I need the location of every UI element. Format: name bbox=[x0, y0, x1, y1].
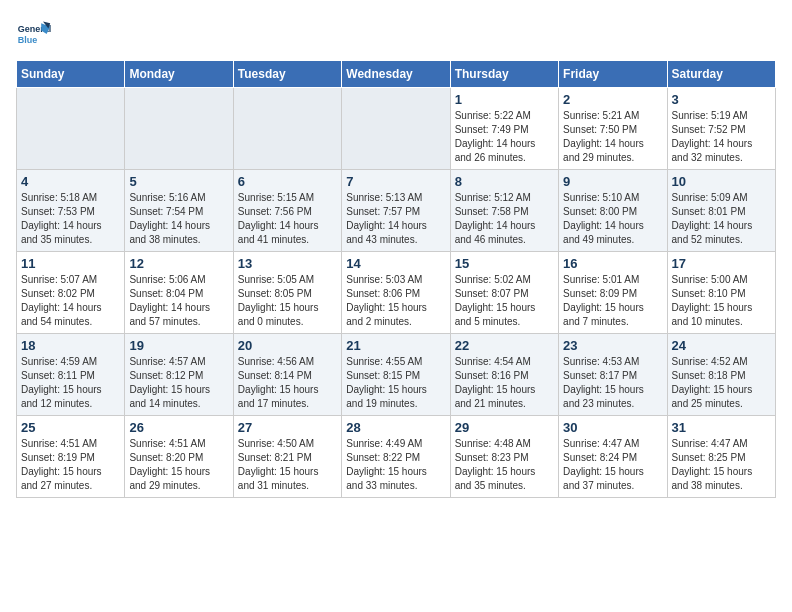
calendar-cell: 26Sunrise: 4:51 AM Sunset: 8:20 PM Dayli… bbox=[125, 416, 233, 498]
calendar-cell bbox=[17, 88, 125, 170]
calendar-cell: 15Sunrise: 5:02 AM Sunset: 8:07 PM Dayli… bbox=[450, 252, 558, 334]
header-cell-friday: Friday bbox=[559, 61, 667, 88]
day-number: 24 bbox=[672, 338, 771, 353]
calendar-cell bbox=[342, 88, 450, 170]
day-info: Sunrise: 4:48 AM Sunset: 8:23 PM Dayligh… bbox=[455, 437, 554, 493]
day-info: Sunrise: 4:59 AM Sunset: 8:11 PM Dayligh… bbox=[21, 355, 120, 411]
header-cell-saturday: Saturday bbox=[667, 61, 775, 88]
header-cell-sunday: Sunday bbox=[17, 61, 125, 88]
day-number: 19 bbox=[129, 338, 228, 353]
day-info: Sunrise: 5:07 AM Sunset: 8:02 PM Dayligh… bbox=[21, 273, 120, 329]
calendar-cell: 25Sunrise: 4:51 AM Sunset: 8:19 PM Dayli… bbox=[17, 416, 125, 498]
day-number: 11 bbox=[21, 256, 120, 271]
calendar-body: 1Sunrise: 5:22 AM Sunset: 7:49 PM Daylig… bbox=[17, 88, 776, 498]
day-info: Sunrise: 4:56 AM Sunset: 8:14 PM Dayligh… bbox=[238, 355, 337, 411]
day-number: 21 bbox=[346, 338, 445, 353]
day-number: 1 bbox=[455, 92, 554, 107]
calendar-week-1: 1Sunrise: 5:22 AM Sunset: 7:49 PM Daylig… bbox=[17, 88, 776, 170]
calendar-cell: 7Sunrise: 5:13 AM Sunset: 7:57 PM Daylig… bbox=[342, 170, 450, 252]
day-info: Sunrise: 5:21 AM Sunset: 7:50 PM Dayligh… bbox=[563, 109, 662, 165]
calendar-cell: 4Sunrise: 5:18 AM Sunset: 7:53 PM Daylig… bbox=[17, 170, 125, 252]
calendar-cell: 27Sunrise: 4:50 AM Sunset: 8:21 PM Dayli… bbox=[233, 416, 341, 498]
header-row: SundayMondayTuesdayWednesdayThursdayFrid… bbox=[17, 61, 776, 88]
day-info: Sunrise: 5:06 AM Sunset: 8:04 PM Dayligh… bbox=[129, 273, 228, 329]
calendar-cell: 8Sunrise: 5:12 AM Sunset: 7:58 PM Daylig… bbox=[450, 170, 558, 252]
day-number: 30 bbox=[563, 420, 662, 435]
calendar-week-3: 11Sunrise: 5:07 AM Sunset: 8:02 PM Dayli… bbox=[17, 252, 776, 334]
calendar-cell: 31Sunrise: 4:47 AM Sunset: 8:25 PM Dayli… bbox=[667, 416, 775, 498]
day-info: Sunrise: 4:49 AM Sunset: 8:22 PM Dayligh… bbox=[346, 437, 445, 493]
day-number: 2 bbox=[563, 92, 662, 107]
calendar-week-5: 25Sunrise: 4:51 AM Sunset: 8:19 PM Dayli… bbox=[17, 416, 776, 498]
header-cell-thursday: Thursday bbox=[450, 61, 558, 88]
day-number: 13 bbox=[238, 256, 337, 271]
day-info: Sunrise: 4:54 AM Sunset: 8:16 PM Dayligh… bbox=[455, 355, 554, 411]
page-header: General Blue bbox=[16, 16, 776, 52]
calendar-week-2: 4Sunrise: 5:18 AM Sunset: 7:53 PM Daylig… bbox=[17, 170, 776, 252]
day-info: Sunrise: 5:09 AM Sunset: 8:01 PM Dayligh… bbox=[672, 191, 771, 247]
day-number: 12 bbox=[129, 256, 228, 271]
day-number: 5 bbox=[129, 174, 228, 189]
calendar-cell: 20Sunrise: 4:56 AM Sunset: 8:14 PM Dayli… bbox=[233, 334, 341, 416]
day-number: 14 bbox=[346, 256, 445, 271]
day-number: 23 bbox=[563, 338, 662, 353]
day-info: Sunrise: 4:47 AM Sunset: 8:25 PM Dayligh… bbox=[672, 437, 771, 493]
calendar-cell: 16Sunrise: 5:01 AM Sunset: 8:09 PM Dayli… bbox=[559, 252, 667, 334]
day-number: 7 bbox=[346, 174, 445, 189]
calendar-cell: 22Sunrise: 4:54 AM Sunset: 8:16 PM Dayli… bbox=[450, 334, 558, 416]
header-cell-tuesday: Tuesday bbox=[233, 61, 341, 88]
day-number: 6 bbox=[238, 174, 337, 189]
day-info: Sunrise: 5:01 AM Sunset: 8:09 PM Dayligh… bbox=[563, 273, 662, 329]
day-number: 16 bbox=[563, 256, 662, 271]
header-cell-wednesday: Wednesday bbox=[342, 61, 450, 88]
calendar-week-4: 18Sunrise: 4:59 AM Sunset: 8:11 PM Dayli… bbox=[17, 334, 776, 416]
day-number: 9 bbox=[563, 174, 662, 189]
calendar-header: SundayMondayTuesdayWednesdayThursdayFrid… bbox=[17, 61, 776, 88]
day-info: Sunrise: 5:10 AM Sunset: 8:00 PM Dayligh… bbox=[563, 191, 662, 247]
day-info: Sunrise: 5:13 AM Sunset: 7:57 PM Dayligh… bbox=[346, 191, 445, 247]
calendar-table: SundayMondayTuesdayWednesdayThursdayFrid… bbox=[16, 60, 776, 498]
day-number: 29 bbox=[455, 420, 554, 435]
calendar-cell: 10Sunrise: 5:09 AM Sunset: 8:01 PM Dayli… bbox=[667, 170, 775, 252]
calendar-cell: 2Sunrise: 5:21 AM Sunset: 7:50 PM Daylig… bbox=[559, 88, 667, 170]
calendar-cell: 19Sunrise: 4:57 AM Sunset: 8:12 PM Dayli… bbox=[125, 334, 233, 416]
calendar-cell: 17Sunrise: 5:00 AM Sunset: 8:10 PM Dayli… bbox=[667, 252, 775, 334]
day-number: 4 bbox=[21, 174, 120, 189]
day-number: 8 bbox=[455, 174, 554, 189]
day-number: 17 bbox=[672, 256, 771, 271]
day-info: Sunrise: 5:16 AM Sunset: 7:54 PM Dayligh… bbox=[129, 191, 228, 247]
day-info: Sunrise: 4:53 AM Sunset: 8:17 PM Dayligh… bbox=[563, 355, 662, 411]
day-info: Sunrise: 4:57 AM Sunset: 8:12 PM Dayligh… bbox=[129, 355, 228, 411]
calendar-cell: 12Sunrise: 5:06 AM Sunset: 8:04 PM Dayli… bbox=[125, 252, 233, 334]
day-info: Sunrise: 5:22 AM Sunset: 7:49 PM Dayligh… bbox=[455, 109, 554, 165]
calendar-cell: 13Sunrise: 5:05 AM Sunset: 8:05 PM Dayli… bbox=[233, 252, 341, 334]
calendar-cell: 11Sunrise: 5:07 AM Sunset: 8:02 PM Dayli… bbox=[17, 252, 125, 334]
calendar-cell: 1Sunrise: 5:22 AM Sunset: 7:49 PM Daylig… bbox=[450, 88, 558, 170]
calendar-cell: 5Sunrise: 5:16 AM Sunset: 7:54 PM Daylig… bbox=[125, 170, 233, 252]
day-number: 20 bbox=[238, 338, 337, 353]
header-cell-monday: Monday bbox=[125, 61, 233, 88]
logo: General Blue bbox=[16, 16, 52, 52]
day-info: Sunrise: 5:02 AM Sunset: 8:07 PM Dayligh… bbox=[455, 273, 554, 329]
calendar-cell: 18Sunrise: 4:59 AM Sunset: 8:11 PM Dayli… bbox=[17, 334, 125, 416]
day-info: Sunrise: 4:52 AM Sunset: 8:18 PM Dayligh… bbox=[672, 355, 771, 411]
calendar-cell bbox=[125, 88, 233, 170]
calendar-cell: 21Sunrise: 4:55 AM Sunset: 8:15 PM Dayli… bbox=[342, 334, 450, 416]
calendar-cell: 6Sunrise: 5:15 AM Sunset: 7:56 PM Daylig… bbox=[233, 170, 341, 252]
day-number: 28 bbox=[346, 420, 445, 435]
day-info: Sunrise: 5:05 AM Sunset: 8:05 PM Dayligh… bbox=[238, 273, 337, 329]
calendar-cell: 28Sunrise: 4:49 AM Sunset: 8:22 PM Dayli… bbox=[342, 416, 450, 498]
day-number: 22 bbox=[455, 338, 554, 353]
calendar-cell: 9Sunrise: 5:10 AM Sunset: 8:00 PM Daylig… bbox=[559, 170, 667, 252]
day-info: Sunrise: 4:50 AM Sunset: 8:21 PM Dayligh… bbox=[238, 437, 337, 493]
day-info: Sunrise: 5:18 AM Sunset: 7:53 PM Dayligh… bbox=[21, 191, 120, 247]
calendar-cell: 24Sunrise: 4:52 AM Sunset: 8:18 PM Dayli… bbox=[667, 334, 775, 416]
day-info: Sunrise: 4:51 AM Sunset: 8:20 PM Dayligh… bbox=[129, 437, 228, 493]
day-info: Sunrise: 4:47 AM Sunset: 8:24 PM Dayligh… bbox=[563, 437, 662, 493]
day-number: 27 bbox=[238, 420, 337, 435]
day-number: 10 bbox=[672, 174, 771, 189]
calendar-cell: 14Sunrise: 5:03 AM Sunset: 8:06 PM Dayli… bbox=[342, 252, 450, 334]
day-info: Sunrise: 5:12 AM Sunset: 7:58 PM Dayligh… bbox=[455, 191, 554, 247]
day-info: Sunrise: 5:00 AM Sunset: 8:10 PM Dayligh… bbox=[672, 273, 771, 329]
calendar-cell: 30Sunrise: 4:47 AM Sunset: 8:24 PM Dayli… bbox=[559, 416, 667, 498]
